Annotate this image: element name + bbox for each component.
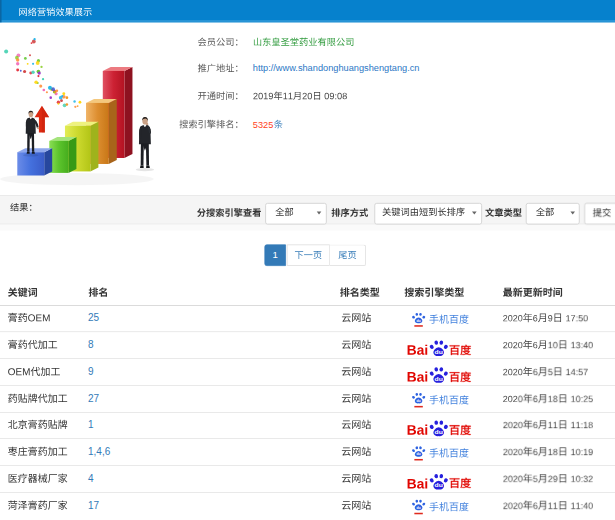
svg-text:du: du: [435, 428, 443, 434]
svg-text:du: du: [435, 375, 443, 381]
svg-text:du: du: [416, 506, 420, 510]
svg-text:du: du: [416, 319, 420, 323]
svg-text:du: du: [435, 482, 443, 488]
svg-text:du: du: [416, 453, 420, 457]
svg-text:du: du: [435, 348, 443, 354]
svg-text:du: du: [416, 399, 420, 403]
